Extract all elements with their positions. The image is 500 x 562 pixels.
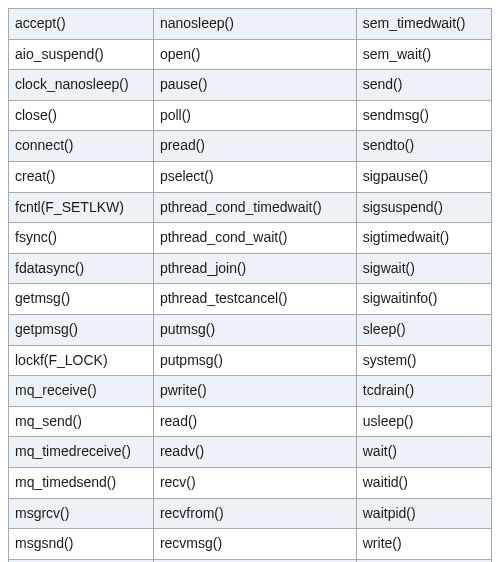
table-cell: connect() [9, 131, 154, 162]
table-cell: msgrcv() [9, 498, 154, 529]
table-cell: system() [356, 345, 491, 376]
table-cell: recvfrom() [153, 498, 356, 529]
table-row: msgsnd()recvmsg()write() [9, 529, 492, 560]
table-cell: mq_send() [9, 406, 154, 437]
table-row: fdatasync()pthread_join()sigwait() [9, 253, 492, 284]
table-row: close()poll()sendmsg() [9, 100, 492, 131]
table-cell: lockf(F_LOCK) [9, 345, 154, 376]
table-cell: mq_receive() [9, 376, 154, 407]
table-row: creat()pselect()sigpause() [9, 161, 492, 192]
table-row: getpmsg()putmsg()sleep() [9, 314, 492, 345]
table-row: mq_timedsend()recv()waitid() [9, 467, 492, 498]
table-cell: sendmsg() [356, 100, 491, 131]
table-cell: putpmsg() [153, 345, 356, 376]
table-cell: pthread_join() [153, 253, 356, 284]
table-row: aio_suspend()open()sem_wait() [9, 39, 492, 70]
table-cell: sigwait() [356, 253, 491, 284]
table-cell: aio_suspend() [9, 39, 154, 70]
table-cell: sigsuspend() [356, 192, 491, 223]
table-cell: write() [356, 529, 491, 560]
table-cell: poll() [153, 100, 356, 131]
table-cell: readv() [153, 437, 356, 468]
table-row: getmsg()pthread_testcancel()sigwaitinfo(… [9, 284, 492, 315]
table-row: clock_nanosleep()pause()send() [9, 70, 492, 101]
table-row: mq_receive()pwrite()tcdrain() [9, 376, 492, 407]
table-cell: sem_timedwait() [356, 9, 491, 40]
table-row: msgrcv()recvfrom()waitpid() [9, 498, 492, 529]
table-cell: read() [153, 406, 356, 437]
table-row: connect()pread()sendto() [9, 131, 492, 162]
table-cell: send() [356, 70, 491, 101]
table-cell: fsync() [9, 223, 154, 254]
table-cell: pread() [153, 131, 356, 162]
table-row: accept()nanosleep()sem_timedwait() [9, 9, 492, 40]
table-cell: pthread_cond_wait() [153, 223, 356, 254]
table-cell: msgsnd() [9, 529, 154, 560]
table-cell: wait() [356, 437, 491, 468]
table-cell: sem_wait() [356, 39, 491, 70]
table-cell: tcdrain() [356, 376, 491, 407]
table-cell: pwrite() [153, 376, 356, 407]
table-cell: pause() [153, 70, 356, 101]
table-cell: sleep() [356, 314, 491, 345]
table-cell: open() [153, 39, 356, 70]
table-cell: waitid() [356, 467, 491, 498]
functions-table: accept()nanosleep()sem_timedwait()aio_su… [8, 8, 492, 562]
table-row: mq_send()read()usleep() [9, 406, 492, 437]
table-cell: getmsg() [9, 284, 154, 315]
table-cell: accept() [9, 9, 154, 40]
table-cell: sigwaitinfo() [356, 284, 491, 315]
table-cell: sendto() [356, 131, 491, 162]
table-cell: sigtimedwait() [356, 223, 491, 254]
table-cell: waitpid() [356, 498, 491, 529]
table-cell: recv() [153, 467, 356, 498]
table-cell: fdatasync() [9, 253, 154, 284]
table-cell: mq_timedreceive() [9, 437, 154, 468]
table-cell: nanosleep() [153, 9, 356, 40]
table-cell: mq_timedsend() [9, 467, 154, 498]
table-cell: creat() [9, 161, 154, 192]
table-row: fsync()pthread_cond_wait()sigtimedwait() [9, 223, 492, 254]
table-cell: recvmsg() [153, 529, 356, 560]
table-row: lockf(F_LOCK)putpmsg()system() [9, 345, 492, 376]
table-cell: sigpause() [356, 161, 491, 192]
table-cell: clock_nanosleep() [9, 70, 154, 101]
table-cell: pthread_testcancel() [153, 284, 356, 315]
table-cell: usleep() [356, 406, 491, 437]
table-row: fcntl(F_SETLKW)pthread_cond_timedwait()s… [9, 192, 492, 223]
table-row: mq_timedreceive()readv()wait() [9, 437, 492, 468]
table-cell: pselect() [153, 161, 356, 192]
table-cell: getpmsg() [9, 314, 154, 345]
table-cell: pthread_cond_timedwait() [153, 192, 356, 223]
table-cell: fcntl(F_SETLKW) [9, 192, 154, 223]
table-cell: close() [9, 100, 154, 131]
table-cell: putmsg() [153, 314, 356, 345]
